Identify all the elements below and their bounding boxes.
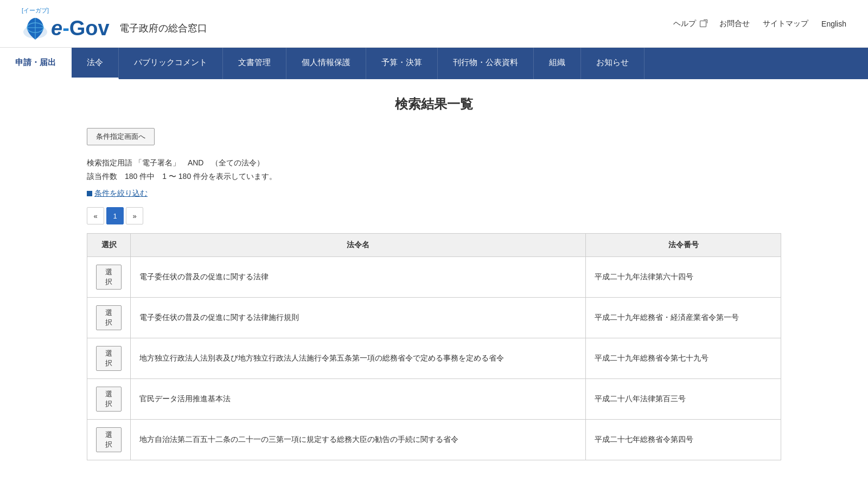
main-content: 検索結果一覧 条件指定画面へ 検索指定用語 「電子署名」 AND （全ての法令）… — [54, 79, 814, 477]
table-row: 選択 官民データ活用推進基本法 平成二十八年法律第百三号 — [87, 379, 781, 420]
select-button-2[interactable]: 選択 — [96, 346, 122, 371]
law-name-cell: 電子委任状の普及の促進に関する法律施行規則 — [131, 298, 586, 338]
table-row: 選択 地方独立行政法人法別表及び地方独立行政法人法施行令第五条第一項の総務省令で… — [87, 338, 781, 379]
nav-item-yosan[interactable]: 予算・決算 — [366, 48, 438, 79]
select-button-0[interactable]: 選択 — [96, 265, 122, 290]
header-navigation: ヘルプ お問合せ サイトマップ English — [673, 19, 846, 29]
filter-link[interactable]: 条件を絞り込む — [94, 189, 148, 198]
select-cell: 選択 — [87, 338, 131, 379]
page-title: 検索結果一覧 — [87, 95, 781, 113]
search-count-line: 該当件数 180 件中 1 〜 180 件分を表示しています。 — [87, 170, 781, 183]
nav-item-public-comment[interactable]: パブリックコメント — [119, 48, 223, 79]
select-cell: 選択 — [87, 420, 131, 460]
external-link-icon — [700, 21, 706, 27]
col-header-select: 選択 — [87, 234, 131, 257]
law-name-cell: 地方自治法第二百五十二条の二十一の三第一項に規定する総務大臣の勧告の手続に関する… — [131, 420, 586, 460]
col-header-number: 法令番号 — [586, 234, 781, 257]
select-cell: 選択 — [87, 379, 131, 420]
logo-subtitle: 電子政府の総合窓口 — [119, 22, 207, 35]
select-button-3[interactable]: 選択 — [96, 387, 122, 412]
pagination: « 1 » — [87, 207, 781, 224]
nav-item-oshirase[interactable]: お知らせ — [581, 48, 644, 79]
law-number-cell: 平成二十八年法律第百三号 — [586, 379, 781, 420]
nav-item-kankobutsu[interactable]: 刊行物・公表資料 — [438, 48, 534, 79]
main-navigation: 申請・届出 法令 パブリックコメント 文書管理 個人情報保護 予算・決算 刊行物… — [0, 48, 868, 79]
egov-logo[interactable]: e - Gov — [22, 16, 110, 41]
site-header: [イーガブ] e - Gov 電子政府の総合窓口 — [0, 0, 868, 48]
nav-item-soshiki[interactable]: 組織 — [534, 48, 581, 79]
table-row: 選択 地方自治法第二百五十二条の二十一の三第一項に規定する総務大臣の勧告の手続に… — [87, 420, 781, 460]
law-number-cell: 平成二十七年総務省令第四号 — [586, 420, 781, 460]
logo-reading: [イーガブ] — [22, 7, 49, 15]
nav-item-shinsei[interactable]: 申請・届出 — [0, 48, 72, 79]
law-number-cell: 平成二十九年総務省・経済産業省令第一号 — [586, 298, 781, 338]
law-number-cell: 平成二十九年総務省令第七十九号 — [586, 338, 781, 379]
nav-item-bunsho[interactable]: 文書管理 — [223, 48, 286, 79]
table-row: 選択 電子委任状の普及の促進に関する法律施行規則 平成二十九年総務省・経済産業省… — [87, 298, 781, 338]
select-cell: 選択 — [87, 298, 131, 338]
select-cell: 選択 — [87, 257, 131, 298]
nav-item-hourei[interactable]: 法令 — [72, 48, 119, 79]
filter-link-container[interactable]: 条件を絞り込む — [87, 189, 781, 198]
contact-link[interactable]: お問合せ — [719, 19, 750, 29]
table-row: 選択 電子委任状の普及の促進に関する法律 平成二十九年法律第六十四号 — [87, 257, 781, 298]
sitemap-link[interactable]: サイトマップ — [763, 19, 808, 29]
current-page-button[interactable]: 1 — [106, 207, 124, 224]
select-button-4[interactable]: 選択 — [96, 427, 122, 452]
logo-area: [イーガブ] e - Gov 電子政府の総合窓口 — [22, 7, 207, 41]
law-name-cell: 地方独立行政法人法別表及び地方独立行政法人法施行令第五条第一項の総務省令で定める… — [131, 338, 586, 379]
next-page-button[interactable]: » — [126, 207, 143, 224]
search-query-line: 検索指定用語 「電子署名」 AND （全ての法令） — [87, 156, 781, 170]
english-link[interactable]: English — [821, 20, 846, 28]
law-name-cell: 官民データ活用推進基本法 — [131, 379, 586, 420]
select-button-1[interactable]: 選択 — [96, 305, 122, 330]
back-to-conditions-button[interactable]: 条件指定画面へ — [87, 128, 155, 145]
search-info: 検索指定用語 「電子署名」 AND （全ての法令） 該当件数 180 件中 1 … — [87, 156, 781, 183]
prev-page-button[interactable]: « — [87, 207, 104, 224]
help-link[interactable]: ヘルプ — [673, 19, 706, 29]
law-name-cell: 電子委任状の普及の促進に関する法律 — [131, 257, 586, 298]
results-table: 選択 法令名 法令番号 選択 電子委任状の普及の促進に関する法律 平成二十九年法… — [87, 233, 781, 460]
nav-item-personal-info[interactable]: 個人情報保護 — [286, 48, 366, 79]
law-number-cell: 平成二十九年法律第六十四号 — [586, 257, 781, 298]
col-header-name: 法令名 — [131, 234, 586, 257]
